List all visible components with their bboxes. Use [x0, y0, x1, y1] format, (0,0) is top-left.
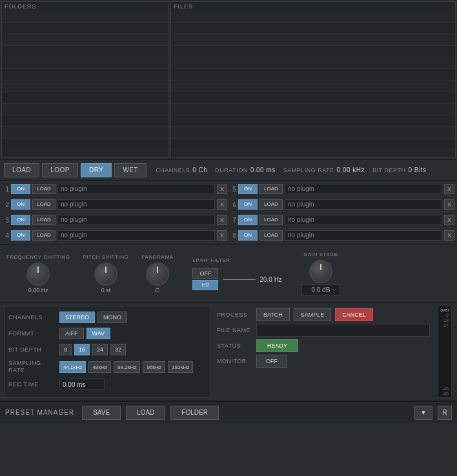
- x-button-4[interactable]: X: [217, 230, 227, 241]
- preset-folder-button[interactable]: FOLDER: [170, 406, 219, 420]
- loop-button[interactable]: LOOP: [42, 163, 78, 177]
- on-button-4[interactable]: ON: [11, 230, 30, 241]
- list-item[interactable]: [171, 92, 455, 104]
- list-item[interactable]: [171, 69, 455, 81]
- list-item[interactable]: [2, 23, 168, 34]
- batch-button[interactable]: BATCH: [256, 308, 290, 321]
- preset-r-button[interactable]: R: [438, 406, 452, 420]
- vu-over: over: [440, 308, 450, 312]
- list-item[interactable]: [2, 69, 168, 81]
- x-button-3[interactable]: X: [217, 215, 227, 225]
- list-item[interactable]: [2, 46, 168, 57]
- wet-button[interactable]: WET: [114, 163, 147, 177]
- list-item[interactable]: [171, 46, 455, 57]
- x-button-1[interactable]: X: [217, 184, 227, 194]
- bd-32-button[interactable]: 32: [110, 344, 126, 355]
- list-item[interactable]: [2, 81, 168, 92]
- list-item[interactable]: [2, 115, 168, 127]
- list-item[interactable]: [171, 23, 455, 34]
- sample-button[interactable]: SAMPLE: [294, 308, 332, 321]
- cancel-button[interactable]: CANCEL: [335, 308, 373, 321]
- preset-dropdown-button[interactable]: ▼: [414, 406, 432, 420]
- pitch-shift-knob[interactable]: [94, 263, 117, 286]
- on-button-7[interactable]: ON: [238, 215, 258, 225]
- status-row: STATUS READY: [217, 339, 430, 352]
- x-button-8[interactable]: X: [444, 230, 454, 241]
- vu-spacer: [440, 328, 450, 386]
- plugin-name-8: no plugin: [285, 230, 442, 241]
- sr-96-button[interactable]: 96kHz: [143, 361, 165, 373]
- file-name-input[interactable]: [256, 324, 430, 337]
- list-item[interactable]: [2, 57, 168, 69]
- file-name-row: FILE NAME: [217, 324, 430, 337]
- load-button-4[interactable]: LOAD: [32, 230, 56, 241]
- list-item[interactable]: [2, 139, 168, 150]
- on-button-8[interactable]: ON: [238, 230, 258, 241]
- load-button-6[interactable]: LOAD: [259, 199, 283, 210]
- bd-16-button[interactable]: 16: [74, 344, 90, 355]
- load-button-2[interactable]: LOAD: [32, 199, 56, 210]
- plugin-name-3: no plugin: [57, 215, 215, 225]
- x-button-2[interactable]: X: [217, 199, 227, 210]
- slot-num-1: 1: [3, 186, 9, 193]
- freq-shift-knob[interactable]: [26, 263, 50, 286]
- on-button-5[interactable]: ON: [238, 184, 258, 194]
- sr-48-button[interactable]: 48kHz: [88, 361, 111, 373]
- gain-knob[interactable]: [309, 260, 332, 283]
- load-button-8[interactable]: LOAD: [259, 230, 283, 241]
- list-item[interactable]: [171, 11, 455, 23]
- sr-882-button[interactable]: 88.2kHz: [114, 361, 140, 373]
- list-item[interactable]: [2, 104, 168, 115]
- load-button-5[interactable]: LOAD: [259, 184, 283, 194]
- x-button-5[interactable]: X: [444, 184, 454, 194]
- wav-button[interactable]: WAV: [86, 328, 111, 339]
- preset-save-button[interactable]: SAVE: [82, 406, 121, 420]
- list-item[interactable]: [2, 34, 168, 46]
- on-button-2[interactable]: ON: [11, 199, 30, 210]
- bd-8-button[interactable]: 8: [59, 344, 72, 355]
- preset-manager: PRESET MANAGER SAVE LOAD FOLDER ▼ R: [0, 401, 457, 423]
- plugin-name-1: no plugin: [57, 184, 215, 194]
- sr-441-button[interactable]: 44.1kHz: [59, 361, 86, 373]
- aiff-button[interactable]: AIFF: [59, 328, 84, 339]
- list-item[interactable]: [171, 139, 455, 150]
- panorama-knob[interactable]: [146, 263, 169, 286]
- recorder-right-panel: PROCESS BATCH SAMPLE CANCEL FILE NAME ST…: [214, 306, 432, 398]
- plugin-column-right: 5 ON LOAD no plugin X 6 ON LOAD no plugi…: [230, 182, 454, 243]
- load-button-3[interactable]: LOAD: [32, 215, 56, 225]
- on-button-1[interactable]: ON: [11, 184, 30, 194]
- x-button-7[interactable]: X: [444, 215, 454, 225]
- plugin-column-left: 1 ON LOAD no plugin X 2 ON LOAD no plugi…: [3, 182, 227, 243]
- vu-m27: -27: [440, 323, 450, 328]
- format-row: FORMAT AIFF WAV: [8, 326, 206, 341]
- load-button-7[interactable]: LOAD: [259, 215, 283, 225]
- list-item[interactable]: [171, 115, 455, 127]
- stereo-button[interactable]: STEREO: [59, 312, 95, 323]
- rec-time-input[interactable]: [59, 379, 105, 390]
- folders-list: [2, 11, 168, 157]
- list-item[interactable]: [2, 92, 168, 104]
- load-button-1[interactable]: LOAD: [32, 184, 56, 194]
- load-button[interactable]: LOAD: [4, 163, 39, 177]
- plugin-name-4: no plugin: [57, 230, 215, 241]
- list-item[interactable]: [171, 127, 455, 139]
- mono-button[interactable]: MONO: [97, 312, 127, 323]
- sr-192-button[interactable]: 192kHz: [168, 361, 193, 373]
- list-item[interactable]: [171, 104, 455, 115]
- list-item[interactable]: [171, 81, 455, 92]
- x-button-6[interactable]: X: [444, 199, 454, 210]
- preset-load-button[interactable]: LOAD: [126, 406, 165, 420]
- plugin-slot-6: 6 ON LOAD no plugin X: [230, 197, 454, 212]
- list-item[interactable]: [2, 11, 168, 23]
- list-item[interactable]: [171, 57, 455, 69]
- dry-button[interactable]: DRY: [81, 163, 112, 177]
- list-item[interactable]: [171, 34, 455, 46]
- files-panel: FILES: [170, 1, 456, 158]
- filter-off-button[interactable]: OFF: [192, 268, 218, 279]
- bd-24-button[interactable]: 24: [92, 344, 108, 355]
- on-button-6[interactable]: ON: [238, 199, 258, 210]
- filter-hp-button[interactable]: HP: [192, 280, 218, 290]
- panorama-knob-container: C: [146, 263, 169, 293]
- list-item[interactable]: [2, 127, 168, 139]
- on-button-3[interactable]: ON: [11, 215, 30, 225]
